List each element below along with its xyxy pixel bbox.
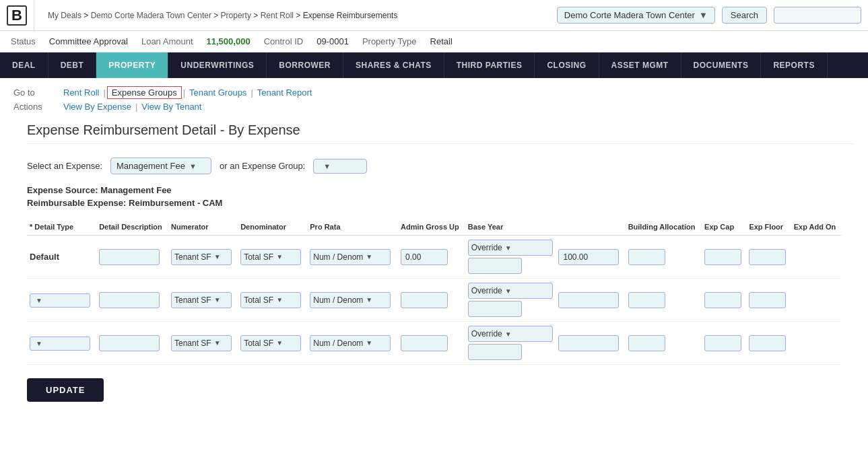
base-year-select-2[interactable]: Override ▼ xyxy=(468,283,554,299)
col-pro-rata: Pro Rata xyxy=(307,219,398,236)
exp-cap-input-2[interactable] xyxy=(628,292,665,308)
row-label-default: Default xyxy=(30,252,59,262)
status-bar: Status Committee Approval Loan Amount 11… xyxy=(0,31,868,52)
tab-shares-chats[interactable]: SHARES & CHATS xyxy=(343,52,444,78)
numerator-select-1[interactable]: Tenant SF ▼ xyxy=(171,249,232,265)
chevron-down-icon: ▼ xyxy=(505,287,512,295)
table-row: ▼ Tenant SF ▼ Total SF xyxy=(27,322,841,365)
chevron-down-icon: ▼ xyxy=(505,244,512,252)
chevron-down-icon: ▼ xyxy=(276,339,283,347)
base-year-select-3[interactable]: Override ▼ xyxy=(468,326,554,342)
base-year-group-1: Override ▼ xyxy=(468,240,554,274)
detail-type-select-3[interactable]: ▼ xyxy=(30,336,90,351)
property-type-label: Property Type xyxy=(362,36,417,46)
action-view-by-expense[interactable]: View By Expense xyxy=(61,102,134,112)
col-detail-desc: Detail Description xyxy=(96,219,168,236)
filter-row: Select an Expense: Management Fee ▼ or a… xyxy=(27,157,841,174)
denominator-select-2[interactable]: Total SF ▼ xyxy=(240,292,301,308)
col-building-allocation: Building Allocation xyxy=(626,219,702,236)
tab-closing[interactable]: CLOSING xyxy=(535,52,599,78)
search-button[interactable]: Search xyxy=(722,7,767,24)
building-allocation-input-2[interactable] xyxy=(558,292,619,308)
chevron-down-icon: ▼ xyxy=(276,253,283,260)
actions-label: Actions xyxy=(13,102,61,112)
tab-borrower[interactable]: BORROWER xyxy=(267,52,343,78)
goto-tenant-groups[interactable]: Tenant Groups xyxy=(187,87,249,98)
deal-selector[interactable]: Demo Corte Madera Town Center ▼ xyxy=(557,7,715,24)
search-input[interactable] xyxy=(774,7,861,24)
detail-description-input-3[interactable] xyxy=(99,335,160,351)
tab-property[interactable]: PROPERTY xyxy=(96,52,168,78)
base-year-input-1[interactable] xyxy=(468,258,522,274)
pro-rata-select-2[interactable]: Num / Denom ▼ xyxy=(310,292,391,308)
admin-gross-up-input-3[interactable] xyxy=(401,335,448,351)
control-id-value: 09-0001 xyxy=(316,36,349,46)
col-numerator: Numerator xyxy=(168,219,238,236)
expense-select[interactable]: Management Fee ▼ xyxy=(110,157,211,174)
tab-asset-mgmt[interactable]: ASSET MGMT xyxy=(599,52,681,78)
admin-gross-up-input-1[interactable] xyxy=(401,249,448,265)
exp-floor-input-3[interactable] xyxy=(704,335,741,351)
exp-floor-input-1[interactable] xyxy=(704,249,741,265)
goto-expense-groups[interactable]: Expense Groups xyxy=(107,86,182,99)
detail-description-input-1[interactable] xyxy=(99,249,160,265)
col-admin-gross-up: Admin Gross Up xyxy=(398,219,465,236)
col-exp-cap: Exp Cap xyxy=(702,219,746,236)
goto-tenant-report[interactable]: Tenant Report xyxy=(255,87,315,98)
breadcrumb-my-deals[interactable]: My Deals xyxy=(48,11,81,20)
select-expense-label: Select an Expense: xyxy=(27,161,102,171)
loan-amount-value: 11,500,000 xyxy=(207,36,251,46)
expense-select-value: Management Fee xyxy=(116,161,185,171)
chevron-down-icon: ▼ xyxy=(366,253,372,260)
expense-group-select[interactable]: ▼ xyxy=(313,159,367,174)
exp-cap-input-1[interactable] xyxy=(628,249,665,265)
expense-group-label: or an Expense Group: xyxy=(220,161,305,171)
goto-rent-roll[interactable]: Rent Roll xyxy=(61,87,102,98)
tab-reports[interactable]: REPORTS xyxy=(761,52,828,78)
detail-description-input-2[interactable] xyxy=(99,292,160,308)
logo-icon[interactable]: B xyxy=(7,5,27,26)
chevron-down-icon: ▼ xyxy=(366,339,372,347)
chevron-down-icon: ▼ xyxy=(699,10,708,20)
col-base-year: Base Year xyxy=(465,219,626,236)
base-year-input-3[interactable] xyxy=(468,344,522,360)
table-row: ▼ Tenant SF ▼ Total SF xyxy=(27,279,841,322)
denominator-select-3[interactable]: Total SF ▼ xyxy=(240,335,301,351)
admin-gross-up-input-2[interactable] xyxy=(401,292,448,308)
numerator-select-2[interactable]: Tenant SF ▼ xyxy=(171,292,232,308)
status-label: Status xyxy=(11,36,36,46)
exp-floor-input-2[interactable] xyxy=(704,292,741,308)
tab-deal[interactable]: DEAL xyxy=(0,52,48,78)
breadcrumb-property[interactable]: Property xyxy=(221,11,251,20)
chevron-down-icon: ▼ xyxy=(36,340,42,347)
exp-cap-input-3[interactable] xyxy=(628,335,665,351)
actions-row: Actions View By Expense | View By Tenant xyxy=(13,102,855,112)
pro-rata-select-1[interactable]: Num / Denom ▼ xyxy=(310,249,391,265)
nav-tabs: DEAL DEBT PROPERTY UNDERWRITINGS BORROWE… xyxy=(0,52,868,78)
chevron-down-icon: ▼ xyxy=(214,253,221,260)
base-year-group-2: Override ▼ xyxy=(468,283,554,317)
detail-type-select-2[interactable]: ▼ xyxy=(30,293,90,308)
breadcrumb-deal[interactable]: Demo Corte Madera Town Center xyxy=(91,11,211,20)
exp-add-on-input-3[interactable] xyxy=(749,335,786,351)
chevron-down-icon: ▼ xyxy=(189,162,197,170)
breadcrumb: My Deals > Demo Corte Madera Town Center… xyxy=(41,11,550,20)
tab-underwritings[interactable]: UNDERWRITINGS xyxy=(168,52,267,78)
building-allocation-input-3[interactable] xyxy=(558,335,619,351)
building-allocation-input-1[interactable] xyxy=(558,249,619,265)
denominator-select-1[interactable]: Total SF ▼ xyxy=(240,249,301,265)
base-year-select-1[interactable]: Override ▼ xyxy=(468,240,554,256)
pro-rata-select-3[interactable]: Num / Denom ▼ xyxy=(310,335,391,351)
exp-add-on-input-1[interactable] xyxy=(749,249,786,265)
numerator-select-3[interactable]: Tenant SF ▼ xyxy=(171,335,232,351)
tab-documents[interactable]: DOCUMENTS xyxy=(681,52,762,78)
property-type-value: Retail xyxy=(430,36,453,46)
action-view-by-tenant[interactable]: View By Tenant xyxy=(139,102,204,112)
base-year-input-2[interactable] xyxy=(468,301,522,317)
breadcrumb-rent-roll[interactable]: Rent Roll xyxy=(261,11,294,20)
tab-third-parties[interactable]: THIRD PARTIES xyxy=(444,52,535,78)
tab-debt[interactable]: DEBT xyxy=(48,52,97,78)
logo-area: B xyxy=(7,0,34,30)
update-button[interactable]: UPDATE xyxy=(27,378,104,402)
exp-add-on-input-2[interactable] xyxy=(749,292,786,308)
